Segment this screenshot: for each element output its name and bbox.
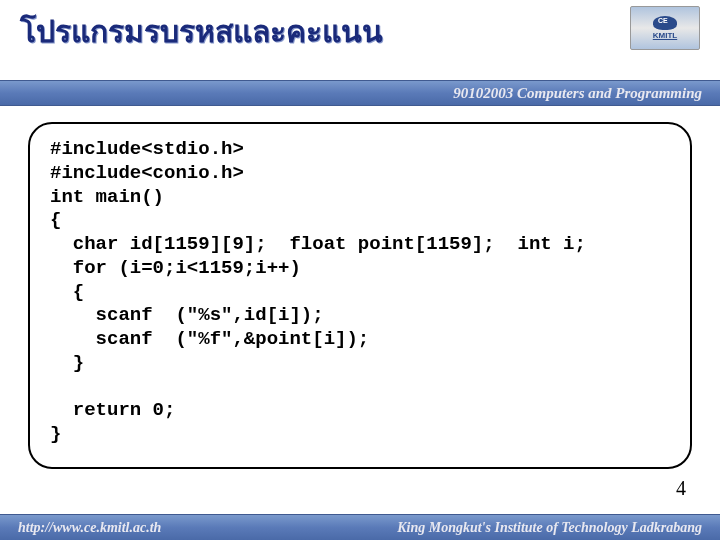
slide-content: #include<stdio.h> #include<conio.h> int … [0,106,720,469]
logo-label: KMITL [653,31,677,40]
slide-footer: http://www.ce.kmitl.ac.th King Mongkut's… [0,514,720,540]
slide-header: โปรแกรมรบรหสและคะแนน KMITL [0,0,720,80]
footer-url: http://www.ce.kmitl.ac.th [18,520,161,536]
footer-institution: King Mongkut's Institute of Technology L… [397,520,702,536]
page-number: 4 [676,477,686,500]
institution-logo: KMITL [630,6,700,50]
course-banner: 90102003 Computers and Programming [0,80,720,106]
logo-badge-icon [653,16,677,30]
course-code-label: 90102003 Computers and Programming [453,85,702,102]
code-block: #include<stdio.h> #include<conio.h> int … [28,122,692,469]
slide-title: โปรแกรมรบรหสและคะแนน [20,8,700,55]
